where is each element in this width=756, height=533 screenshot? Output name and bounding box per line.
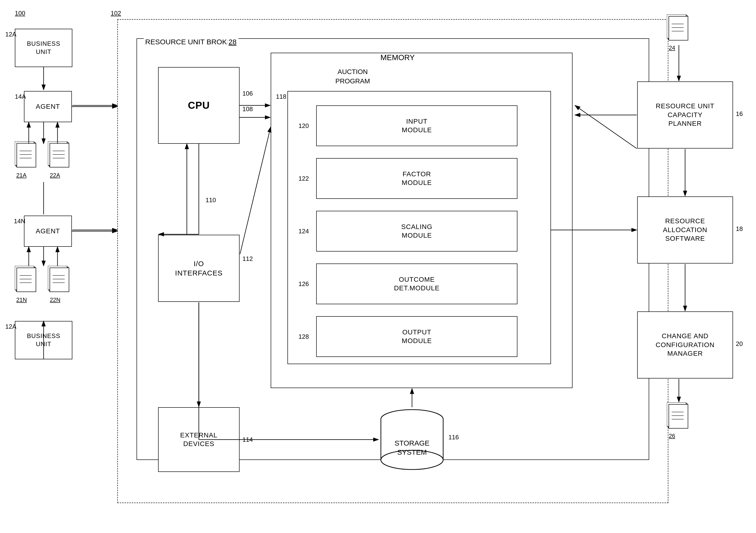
business-unit-top: BUSINESSUNIT (15, 29, 72, 67)
external-devices-label: EXTERNALDEVICES (180, 431, 218, 448)
doc-22a (48, 141, 72, 170)
outcome-module-label: OUTCOMEDET.MODULE (394, 275, 440, 293)
num-110: 110 (205, 197, 216, 204)
num-126: 126 (298, 280, 309, 288)
outcome-module-box: OUTCOMEDET.MODULE (316, 263, 517, 304)
agent-top: AGENT (24, 91, 72, 122)
ref-12a-top: 12A (5, 31, 16, 38)
num-120: 120 (298, 122, 309, 130)
num-112: 112 (242, 255, 253, 262)
ref-18: 18 (736, 225, 743, 233)
cpu-box: CPU (158, 67, 240, 144)
ref-16: 16 (736, 110, 743, 118)
num-108: 108 (242, 105, 253, 113)
resource-alloc-box: RESOURCEALLOCATIONSOFTWARE (637, 197, 733, 263)
storage-cylinder: STORAGE SYSTEM (378, 407, 446, 474)
external-devices-box: EXTERNALDEVICES (158, 407, 240, 472)
ref-102: 102 (111, 10, 121, 17)
ref-20: 20 (736, 340, 743, 348)
capacity-planner-box: RESOURCE UNITCAPACITYPLANNER (637, 81, 733, 148)
output-module-label: OUTPUTMODULE (402, 328, 432, 345)
num-106: 106 (242, 90, 253, 97)
svg-rect-9 (17, 143, 36, 167)
doc-26 (667, 402, 691, 431)
ref-14a: 14A (15, 93, 26, 100)
doc-21n (15, 266, 39, 295)
ref-21a: 21A (16, 172, 27, 179)
scaling-module-box: SCALINGMODULE (316, 211, 517, 252)
input-module-box: INPUTMODULE (316, 105, 517, 146)
memory-label: MEMORY (378, 53, 417, 62)
num-128: 128 (298, 333, 309, 340)
ref-24: 24 (669, 44, 675, 51)
num-122: 122 (298, 175, 309, 182)
ref-22a: 22A (50, 172, 60, 179)
ref-14n: 14N (14, 218, 25, 225)
ref-21n: 21N (16, 297, 27, 303)
broker-label: RESOURCE UNIT BROKER (144, 38, 238, 46)
doc-24 (667, 14, 691, 43)
agent-bot: AGENT (24, 216, 72, 247)
broker-num: 28 (228, 38, 237, 46)
output-module-box: OUTPUTMODULE (316, 316, 517, 357)
ref-22n: 22N (50, 297, 60, 303)
io-box: I/OINTERFACES (158, 235, 240, 302)
svg-rect-33 (669, 16, 688, 40)
business-unit-bot: BUSINESSUNIT (15, 321, 72, 359)
factor-module-label: FACTORMODULE (402, 170, 432, 187)
ref-12a-bot: 12A (5, 323, 16, 330)
svg-text:STORAGE: STORAGE (394, 439, 429, 447)
factor-module-box: FACTORMODULE (316, 158, 517, 199)
cpu-label: CPU (188, 99, 210, 112)
ref-26: 26 (669, 433, 675, 439)
svg-text:SYSTEM: SYSTEM (397, 448, 427, 456)
ref-100: 100 (15, 10, 25, 17)
svg-rect-15 (50, 143, 69, 167)
svg-rect-27 (50, 268, 69, 292)
input-module-label: INPUTMODULE (402, 117, 432, 135)
io-label: I/OINTERFACES (175, 259, 223, 278)
doc-21a (15, 141, 39, 170)
auction-label: AUCTIONPROGRAM (336, 67, 370, 86)
scaling-module-label: SCALINGMODULE (401, 223, 432, 240)
num-116: 116 (448, 434, 459, 441)
svg-rect-21 (17, 268, 36, 292)
num-118: 118 (276, 93, 286, 100)
num-124: 124 (298, 227, 309, 235)
svg-rect-39 (669, 404, 688, 428)
num-114: 114 (242, 436, 253, 443)
doc-22n (48, 266, 72, 295)
change-config-box: CHANGE ANDCONFIGURATIONMANAGER (637, 311, 733, 379)
